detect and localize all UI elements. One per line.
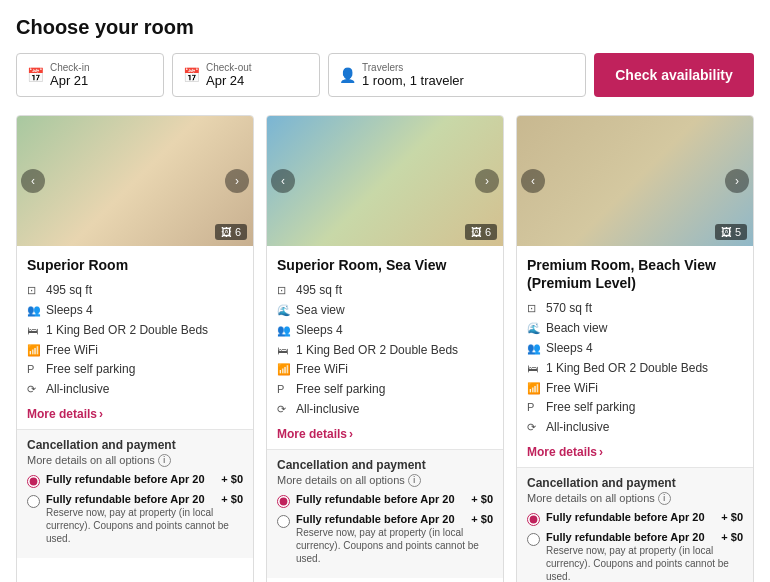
cancellation-title-1: Cancellation and payment: [27, 438, 243, 452]
wifi-value: Free WiFi: [46, 342, 98, 359]
radio-sublabel2-3: Reserve now, pay at property (in local c…: [546, 544, 743, 582]
sqft-row: ⊡ 570 sq ft: [527, 300, 743, 317]
parking-icon: P: [27, 362, 41, 377]
travelers-label: Travelers: [362, 62, 464, 73]
carousel-prev-3[interactable]: ‹: [521, 169, 545, 193]
parking-row: P Free self parking: [27, 361, 243, 378]
radio-input1-3[interactable]: [527, 513, 540, 526]
view-icon: 🌊: [527, 321, 541, 336]
bed-value: 1 King Bed OR 2 Double Beds: [296, 342, 458, 359]
cancellation-note-1: More details on all options i: [27, 454, 243, 467]
parking-value: Free self parking: [546, 399, 635, 416]
carousel-prev-1[interactable]: ‹: [21, 169, 45, 193]
checkin-label: Check-in: [50, 62, 89, 73]
camera-icon: 🖼: [471, 226, 482, 238]
wifi-icon: 📶: [27, 343, 41, 358]
chevron-right-icon: ›: [599, 445, 603, 459]
bed-value: 1 King Bed OR 2 Double Beds: [46, 322, 208, 339]
carousel-next-1[interactable]: ›: [225, 169, 249, 193]
view-value: Beach view: [546, 320, 607, 337]
view-row: 🌊 Sea view: [277, 302, 493, 319]
sqft-row: ⊡ 495 sq ft: [277, 282, 493, 299]
radio-option1-3: Fully refundable before Apr 20 + $0: [527, 511, 743, 526]
radio-label2-3: Fully refundable before Apr 20 + $0: [546, 531, 743, 543]
bed-row: 🛏 1 King Bed OR 2 Double Beds: [527, 360, 743, 377]
view-row: 🌊 Beach view: [527, 320, 743, 337]
bed-row: 🛏 1 King Bed OR 2 Double Beds: [277, 342, 493, 359]
inclusive-icon: ⟳: [277, 402, 291, 417]
bed-icon: 🛏: [27, 323, 41, 338]
cancellation-note-2: More details on all options i: [277, 474, 493, 487]
cancellation-section-2: Cancellation and payment More details on…: [267, 449, 503, 578]
card-body-2: Superior Room, Sea View ⊡ 495 sq ft 🌊 Se…: [267, 246, 503, 582]
travelers-field[interactable]: 👤 Travelers 1 room, 1 traveler: [328, 53, 586, 97]
room-image-1: ‹ › 🖼 6: [17, 116, 253, 246]
radio-option1-2: Fully refundable before Apr 20 + $0: [277, 493, 493, 508]
photo-count-3: 🖼 5: [715, 224, 747, 240]
parking-icon: P: [277, 382, 291, 397]
inclusive-value: All-inclusive: [546, 419, 609, 436]
page-container: Choose your room 📅 Check-in Apr 21 📅 Che…: [0, 0, 770, 582]
sqft-value: 495 sq ft: [46, 282, 92, 299]
inclusive-row: ⟳ All-inclusive: [277, 401, 493, 418]
inclusive-value: All-inclusive: [46, 381, 109, 398]
cancellation-title-2: Cancellation and payment: [277, 458, 493, 472]
sleeps-value: Sleeps 4: [46, 302, 93, 319]
room-name-1: Superior Room: [27, 256, 243, 274]
view-value: Sea view: [296, 302, 345, 319]
calendar-icon: 📅: [27, 67, 44, 83]
room-features-2: ⊡ 495 sq ft 🌊 Sea view 👥 Sleeps 4 🛏 1 Ki…: [277, 282, 493, 421]
room-name-2: Superior Room, Sea View: [277, 256, 493, 274]
radio-input1-2[interactable]: [277, 495, 290, 508]
sleeps-row: 👥 Sleeps 4: [277, 322, 493, 339]
bed-icon: 🛏: [527, 361, 541, 376]
info-icon-1[interactable]: i: [158, 454, 171, 467]
bed-value: 1 King Bed OR 2 Double Beds: [546, 360, 708, 377]
room-cards-row: ‹ › 🖼 6 Superior Room ⊡ 495 sq ft 👥 Slee…: [16, 115, 754, 582]
info-icon-3[interactable]: i: [658, 492, 671, 505]
camera-icon: 🖼: [221, 226, 232, 238]
photo-count-1: 🖼 6: [215, 224, 247, 240]
inclusive-icon: ⟳: [527, 420, 541, 435]
radio-input2-3[interactable]: [527, 533, 540, 546]
check-availability-button[interactable]: Check availability: [594, 53, 754, 97]
carousel-prev-2[interactable]: ‹: [271, 169, 295, 193]
cancellation-note-3: More details on all options i: [527, 492, 743, 505]
sleeps-icon: 👥: [527, 341, 541, 356]
sleeps-icon: 👥: [277, 323, 291, 338]
radio-option2-2: Fully refundable before Apr 20 + $0 Rese…: [277, 513, 493, 565]
more-details-link-1[interactable]: More details ›: [27, 407, 243, 421]
bed-row: 🛏 1 King Bed OR 2 Double Beds: [27, 322, 243, 339]
sqft-icon: ⊡: [527, 301, 541, 316]
wifi-icon: 📶: [527, 381, 541, 396]
checkin-field[interactable]: 📅 Check-in Apr 21: [16, 53, 164, 97]
card-body-3: Premium Room, Beach View (Premium Level)…: [517, 246, 753, 582]
room-card-2: ‹ › 🖼 6 Superior Room, Sea View ⊡ 495 sq…: [266, 115, 504, 582]
room-features-3: ⊡ 570 sq ft 🌊 Beach view 👥 Sleeps 4 🛏 1 …: [527, 300, 743, 439]
carousel-next-3[interactable]: ›: [725, 169, 749, 193]
radio-option2-3: Fully refundable before Apr 20 + $0 Rese…: [527, 531, 743, 582]
checkout-field[interactable]: 📅 Check-out Apr 24: [172, 53, 320, 97]
card-body-1: Superior Room ⊡ 495 sq ft 👥 Sleeps 4 🛏 1…: [17, 246, 253, 582]
wifi-row: 📶 Free WiFi: [527, 380, 743, 397]
sqft-value: 570 sq ft: [546, 300, 592, 317]
search-bar: 📅 Check-in Apr 21 📅 Check-out Apr 24 👤 T…: [16, 53, 754, 97]
radio-input2-2[interactable]: [277, 515, 290, 528]
carousel-next-2[interactable]: ›: [475, 169, 499, 193]
parking-icon: P: [527, 400, 541, 415]
sqft-icon: ⊡: [27, 283, 41, 298]
sqft-icon: ⊡: [277, 283, 291, 298]
photo-count-2: 🖼 6: [465, 224, 497, 240]
radio-sublabel2-2: Reserve now, pay at property (in local c…: [296, 526, 493, 565]
room-image-3: ‹ › 🖼 5: [517, 116, 753, 246]
more-details-link-2[interactable]: More details ›: [277, 427, 493, 441]
cancellation-section-1: Cancellation and payment More details on…: [17, 429, 253, 558]
radio-sublabel2-1: Reserve now, pay at property (in local c…: [46, 506, 243, 545]
more-details-link-3[interactable]: More details ›: [527, 445, 743, 459]
radio-label1-3: Fully refundable before Apr 20 + $0: [546, 511, 743, 523]
radio-input1-1[interactable]: [27, 475, 40, 488]
radio-label2-1: Fully refundable before Apr 20 + $0: [46, 493, 243, 505]
radio-input2-1[interactable]: [27, 495, 40, 508]
cancellation-section-3: Cancellation and payment More details on…: [517, 467, 753, 582]
info-icon-2[interactable]: i: [408, 474, 421, 487]
